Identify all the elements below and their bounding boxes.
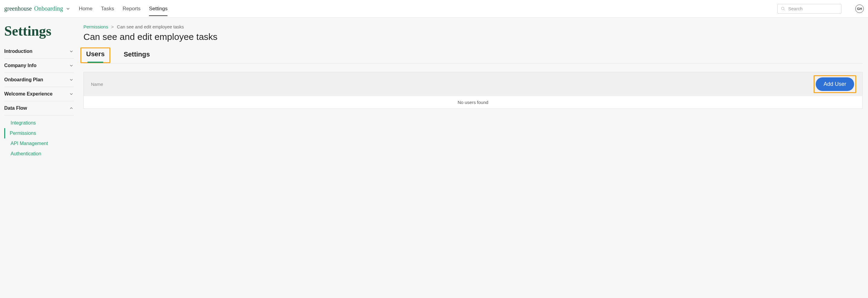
sidebar-item-api-management[interactable]: API Management	[4, 139, 74, 149]
column-header-name: Name	[91, 82, 103, 87]
chevron-down-icon	[66, 6, 70, 11]
breadcrumb-root[interactable]: Permissions	[84, 24, 108, 29]
sidebar-section-label: Onboarding Plan	[4, 77, 43, 83]
nav-home[interactable]: Home	[79, 1, 92, 16]
table-header-row: Name Add User	[84, 72, 862, 96]
sidebar: Settings Introduction Company Info Onboa…	[0, 18, 78, 298]
tabs: Users Settings	[84, 51, 863, 63]
sidebar-section-label: Company Info	[4, 63, 37, 68]
tab-users[interactable]: Users	[84, 50, 106, 63]
top-nav: greenhouse Onboarding Home Tasks Reports…	[0, 0, 868, 18]
users-table: Name Add User No users found	[84, 72, 863, 109]
brand-name: greenhouse	[4, 5, 32, 12]
sidebar-item-authentication[interactable]: Authentication	[4, 149, 74, 159]
avatar-initials: GH	[857, 7, 862, 10]
sidebar-sublist-data-flow: Integrations Permissions API Management …	[4, 115, 74, 160]
permission-title: Can see and edit employee tasks	[84, 32, 863, 42]
chevron-up-icon	[69, 106, 74, 111]
sidebar-section-company-info[interactable]: Company Info	[4, 59, 74, 73]
main-content: Permissions > Can see and edit employee …	[78, 18, 868, 298]
annotation-highlight: Users	[81, 48, 110, 63]
annotation-highlight: Add User	[814, 75, 856, 93]
chevron-down-icon	[69, 78, 74, 82]
sidebar-section-data-flow[interactable]: Data Flow	[4, 101, 74, 115]
search-input[interactable]	[788, 6, 846, 11]
chevron-down-icon	[69, 49, 74, 54]
avatar[interactable]: GH	[855, 4, 864, 13]
breadcrumb: Permissions > Can see and edit employee …	[84, 24, 863, 29]
sidebar-section-label: Welcome Experience	[4, 91, 53, 97]
breadcrumb-separator: >	[111, 24, 114, 29]
sidebar-item-permissions[interactable]: Permissions	[4, 128, 74, 139]
primary-nav: Home Tasks Reports Settings	[79, 1, 168, 16]
nav-reports[interactable]: Reports	[122, 1, 141, 16]
tab-settings[interactable]: Settings	[122, 51, 152, 63]
sidebar-section-introduction[interactable]: Introduction	[4, 44, 74, 59]
sidebar-section-label: Data Flow	[4, 106, 27, 111]
svg-point-0	[781, 7, 784, 10]
brand-product: Onboarding	[34, 5, 63, 12]
product-switcher[interactable]: greenhouse Onboarding	[4, 5, 70, 12]
chevron-down-icon	[69, 63, 74, 68]
nav-settings[interactable]: Settings	[149, 1, 167, 16]
search-icon	[781, 6, 785, 11]
chevron-down-icon	[69, 92, 74, 96]
nav-tasks[interactable]: Tasks	[101, 1, 114, 16]
page-title: Settings	[4, 23, 74, 39]
table-empty-message: No users found	[84, 96, 862, 109]
global-search[interactable]	[777, 4, 841, 13]
sidebar-section-label: Introduction	[4, 49, 32, 54]
sidebar-item-integrations[interactable]: Integrations	[4, 118, 74, 128]
add-user-button[interactable]: Add User	[816, 78, 854, 91]
breadcrumb-leaf: Can see and edit employee tasks	[117, 24, 184, 29]
svg-line-1	[784, 9, 784, 10]
sidebar-section-welcome-experience[interactable]: Welcome Experience	[4, 87, 74, 101]
sidebar-section-onboarding-plan[interactable]: Onboarding Plan	[4, 73, 74, 87]
